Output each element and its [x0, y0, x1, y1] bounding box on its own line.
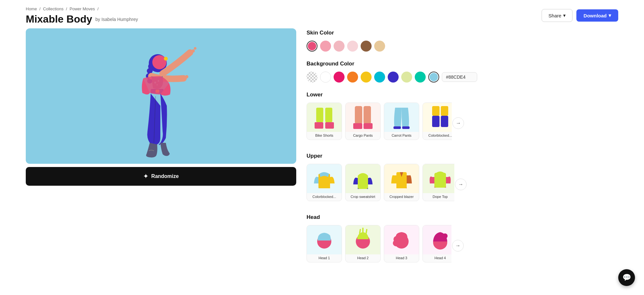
skin-swatch-2[interactable]	[320, 41, 331, 52]
lower-item-label: Bike Shorts	[307, 132, 342, 140]
lower-item-cargo-pants[interactable]: Cargo Pants	[345, 103, 381, 140]
hex-input[interactable]: #88CDE4	[442, 72, 477, 82]
skin-color-title: Skin Color	[307, 30, 618, 36]
lower-item-label: Colorblocked...	[423, 132, 452, 140]
head-item-label: Head 2	[346, 254, 380, 262]
upper-item-dope-top[interactable]: Dope Top	[422, 164, 454, 201]
lower-section: Lower Bike Shorts	[307, 92, 618, 144]
head-section: Head Head 1	[307, 214, 618, 266]
head-item-label: Head 4	[423, 254, 451, 262]
svg-point-6	[164, 57, 168, 61]
upper-section: Upper Colorblocked...	[307, 153, 618, 205]
svg-rect-28	[432, 106, 440, 116]
randomize-icon: ✦	[143, 173, 148, 180]
skin-color-section: Skin Color	[307, 30, 618, 52]
svg-point-9	[194, 47, 196, 50]
upper-item-label: Cropped blazer	[384, 193, 419, 201]
upper-item-cropped-blazer[interactable]: Cropped blazer	[384, 164, 419, 201]
bg-swatch-blue[interactable]	[388, 72, 399, 83]
head-item-label: Head 3	[384, 254, 419, 262]
page-title: Mixable Body	[26, 13, 92, 25]
chevron-down-icon: ▾	[563, 13, 566, 18]
upper-scroll-right[interactable]: →	[455, 179, 467, 190]
download-button[interactable]: Download ▾	[576, 9, 618, 22]
share-button[interactable]: Share ▾	[542, 9, 573, 22]
main-layout: ✦ Randomize Skin Color Background Color	[0, 28, 644, 288]
skin-swatch-1[interactable]	[307, 41, 317, 52]
upper-title: Upper	[307, 153, 618, 159]
lower-item-bike-shorts[interactable]: Bike Shorts	[307, 103, 342, 140]
svg-rect-38	[358, 175, 368, 189]
svg-rect-22	[355, 106, 362, 124]
skin-swatch-5[interactable]	[361, 41, 372, 52]
randomize-button[interactable]: ✦ Randomize	[26, 167, 296, 186]
upper-item-crop-sweatshirt[interactable]: Crop sweatshirt	[345, 164, 381, 201]
svg-rect-21	[325, 122, 334, 129]
upper-items-grid: Colorblocked... Crop sweatshirt	[307, 164, 454, 203]
breadcrumb-home[interactable]: Home	[26, 6, 37, 11]
background-color-section: Background Color #88CDE4	[307, 61, 618, 83]
head-item-1[interactable]: Head 1	[307, 225, 342, 262]
svg-point-50	[393, 240, 399, 246]
head-item-label: Head 1	[307, 254, 342, 262]
svg-rect-25	[364, 123, 373, 129]
breadcrumb-collections[interactable]: Collections	[43, 6, 64, 11]
svg-rect-24	[353, 123, 362, 129]
bg-swatch-white[interactable]	[320, 72, 331, 83]
lower-title: Lower	[307, 92, 618, 98]
svg-rect-18	[316, 108, 323, 122]
page-header: Home / Collections / Power Moves / Mixab…	[0, 0, 644, 28]
lower-item-colorblocked[interactable]: Colorblocked...	[422, 103, 452, 140]
author-label: by Isabela Humphrey	[95, 17, 138, 22]
svg-rect-20	[315, 122, 323, 129]
bg-swatch-light-blue[interactable]	[428, 72, 439, 83]
header-left: Home / Collections / Power Moves / Mixab…	[26, 6, 138, 25]
lower-item-label: Carrot Pants	[384, 132, 419, 140]
svg-rect-26	[393, 126, 401, 129]
bg-swatch-transparent[interactable]	[307, 72, 317, 83]
breadcrumb-power-moves[interactable]: Power Moves	[70, 6, 95, 11]
bg-swatch-lime[interactable]	[401, 72, 412, 83]
head-item-3[interactable]: Head 3	[384, 225, 419, 262]
bg-swatch-pink[interactable]	[334, 72, 345, 83]
canvas-area: ✦ Randomize	[26, 28, 296, 275]
head-item-2[interactable]: Head 2	[345, 225, 381, 262]
bg-swatch-teal[interactable]	[415, 72, 426, 83]
chat-icon: 💬	[622, 273, 631, 282]
skin-color-swatches	[307, 41, 618, 52]
skin-swatch-6[interactable]	[374, 41, 385, 52]
upper-item-label: Dope Top	[423, 193, 454, 201]
svg-point-10	[181, 76, 186, 81]
svg-rect-23	[364, 106, 371, 124]
head-items-grid: Head 1 Head 2	[307, 225, 451, 264]
upper-item-colorblocked[interactable]: Colorblocked...	[307, 164, 342, 201]
svg-point-52	[442, 233, 448, 239]
bg-swatch-orange[interactable]	[347, 72, 358, 83]
svg-point-11	[185, 75, 188, 78]
svg-rect-19	[325, 108, 332, 122]
skin-swatch-3[interactable]	[334, 41, 345, 52]
title-row: Mixable Body by Isabela Humphrey	[26, 13, 138, 25]
background-color-title: Background Color	[307, 61, 618, 67]
upper-item-label: Crop sweatshirt	[346, 193, 380, 201]
upper-item-label: Colorblocked...	[307, 193, 342, 201]
head-scroll-right[interactable]: →	[452, 240, 464, 251]
bg-swatch-cyan[interactable]	[374, 72, 385, 83]
canvas-box	[26, 28, 296, 164]
svg-point-46	[326, 234, 330, 239]
svg-rect-29	[441, 106, 448, 116]
background-color-swatches: #88CDE4	[307, 72, 618, 83]
header-actions: Share ▾ Download ▾	[542, 9, 618, 22]
chat-bubble[interactable]: 💬	[618, 269, 635, 286]
svg-point-7	[188, 50, 192, 55]
skin-swatch-4[interactable]	[347, 41, 358, 52]
lower-item-label: Cargo Pants	[346, 132, 380, 140]
head-item-4[interactable]: Head 4	[422, 225, 451, 262]
lower-item-carrot-pants[interactable]: Carrot Pants	[384, 103, 419, 140]
svg-rect-27	[402, 126, 410, 129]
svg-rect-30	[432, 116, 440, 127]
lower-scroll-right[interactable]: →	[452, 117, 464, 129]
bg-swatch-yellow[interactable]	[361, 72, 372, 83]
head-title: Head	[307, 214, 618, 221]
dancer-illustration	[26, 28, 296, 164]
